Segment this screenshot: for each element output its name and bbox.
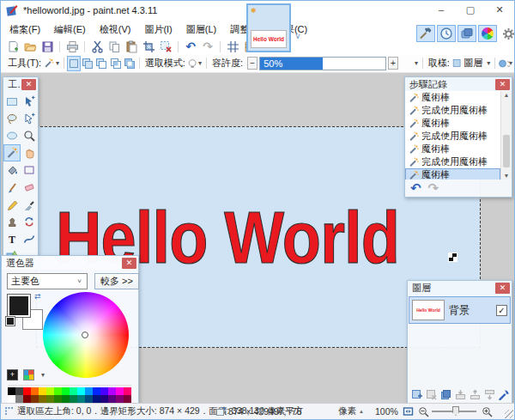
recolor-tool[interactable]	[21, 213, 38, 230]
history-item[interactable]: 魔術棒	[405, 168, 500, 180]
palette-swatch[interactable]	[77, 387, 85, 395]
ellipse-select-tool[interactable]	[3, 127, 21, 144]
layers-panel-titlebar[interactable]: 圖層 ✕	[408, 281, 512, 295]
lasso-select-tool[interactable]	[3, 110, 21, 127]
menu-item[interactable]: 編輯(E)	[47, 21, 93, 39]
tolerance-slider[interactable]: 50%	[259, 57, 385, 70]
colors-panel-titlebar[interactable]: 選色器 ✕	[2, 256, 138, 270]
selection-add-button[interactable]	[81, 56, 94, 71]
selection-intersect-button[interactable]	[108, 56, 122, 71]
selection-replace-button[interactable]	[67, 56, 81, 71]
text-tool[interactable]: T	[3, 230, 21, 247]
move-selection-tool[interactable]	[21, 110, 38, 127]
zoom-in-button[interactable]	[482, 404, 493, 419]
tools-panel-titlebar[interactable]: 工具 ✕	[3, 77, 38, 91]
clone-stamp-tool[interactable]	[3, 213, 21, 230]
palette-swatch[interactable]	[93, 387, 100, 395]
magic-wand-tool[interactable]	[3, 144, 21, 161]
palette-swatch[interactable]	[124, 387, 131, 395]
primary-color-swatch[interactable]	[7, 294, 31, 318]
paint-bucket-tool[interactable]	[3, 161, 21, 179]
print-icon[interactable]	[64, 40, 80, 53]
palette-swatch[interactable]	[8, 395, 15, 403]
palette-swatch[interactable]	[62, 395, 70, 403]
move-layer-up-icon[interactable]	[469, 388, 481, 401]
palette-swatch[interactable]	[70, 387, 77, 395]
deselect-icon[interactable]	[158, 40, 173, 53]
zoom-fit-button[interactable]	[403, 404, 414, 419]
scrollbar-thumb[interactable]	[503, 135, 510, 167]
move-layer-down-icon[interactable]	[483, 388, 495, 401]
palette-swatch[interactable]	[31, 395, 39, 403]
line-curve-tool[interactable]	[21, 230, 38, 247]
layer-visibility-checkbox[interactable]: ✓	[496, 305, 507, 316]
paste-icon[interactable]	[124, 40, 139, 53]
rectangle-select-tool[interactable]	[3, 93, 21, 110]
redo-icon[interactable]: ↷	[200, 40, 215, 53]
close-button[interactable]: ✕	[488, 3, 511, 17]
toolbar-overflow-icon[interactable]: ⌄⌄	[506, 58, 512, 67]
palette-swatch[interactable]	[46, 395, 54, 403]
history-redo-icon[interactable]: ↷	[428, 182, 439, 194]
zoom-slider[interactable]	[432, 404, 476, 419]
palette-swatch[interactable]	[39, 395, 46, 403]
zoom-tool[interactable]	[21, 127, 38, 144]
history-item[interactable]: 魔術棒	[405, 117, 500, 130]
color-picker-tool[interactable]	[21, 196, 38, 213]
colors-panel-close-icon[interactable]: ✕	[122, 258, 136, 269]
maximize-button[interactable]: ▢	[459, 3, 482, 17]
cut-icon[interactable]	[89, 40, 105, 53]
layer-properties-wrench-icon[interactable]	[498, 388, 510, 401]
palette-swatch[interactable]	[8, 387, 15, 395]
palette-swatch[interactable]	[108, 395, 116, 403]
palette-swatch[interactable]	[124, 395, 131, 403]
history-undo-icon[interactable]: ↶	[410, 182, 421, 194]
palette-chevron-icon[interactable]: ▾	[41, 371, 45, 379]
palette-swatch[interactable]	[108, 387, 116, 395]
history-item[interactable]: 魔術棒	[405, 91, 500, 104]
history-item[interactable]: 完成使用魔術棒	[405, 130, 500, 143]
grid-icon[interactable]	[225, 40, 240, 53]
sampling-chevron-icon[interactable]: ▾	[487, 59, 490, 67]
flood-mode-chevron-icon[interactable]: ▾	[198, 59, 202, 67]
gradient-tool[interactable]	[21, 161, 38, 179]
palette-swatch[interactable]	[15, 387, 23, 395]
resize-grip[interactable]	[505, 410, 513, 418]
history-panel-close-icon[interactable]: ✕	[495, 79, 510, 90]
settings-button[interactable]	[499, 25, 515, 42]
palette-swatch[interactable]	[39, 387, 46, 395]
palette-swatch[interactable]	[85, 387, 93, 395]
palette-swatch[interactable]	[31, 387, 39, 395]
palette-swatch[interactable]	[62, 387, 70, 395]
tolerance-decrease-button[interactable]: −	[247, 57, 258, 70]
save-icon[interactable]	[39, 40, 55, 53]
history-item[interactable]: 完成使用魔術棒	[405, 104, 500, 117]
add-layer-icon[interactable]	[411, 388, 423, 401]
add-color-icon[interactable]: +	[7, 369, 18, 380]
palette-swatch[interactable]	[23, 395, 31, 403]
tools-panel-close-icon[interactable]: ✕	[21, 79, 36, 90]
colors-panel-toggle[interactable]	[478, 25, 497, 42]
copy-icon[interactable]	[106, 40, 122, 53]
palette-swatch[interactable]	[70, 395, 77, 403]
selection-invert-button[interactable]	[123, 56, 136, 71]
history-panel-toggle[interactable]	[437, 25, 456, 42]
duplicate-layer-icon[interactable]	[440, 388, 452, 401]
selection-move-handle[interactable]	[448, 253, 457, 262]
unit-dropdown[interactable]: 像素 ▲	[338, 404, 364, 419]
palette-swatch[interactable]	[23, 387, 31, 395]
undo-icon[interactable]: ↶	[183, 40, 198, 53]
palette-swatch[interactable]	[54, 387, 62, 395]
tools-panel-toggle[interactable]	[416, 25, 435, 42]
palette-swatch[interactable]	[54, 395, 62, 403]
history-item[interactable]: 魔術棒	[405, 143, 500, 155]
blend-chevron-icon[interactable]: ▾	[415, 59, 418, 67]
history-item[interactable]: 完成使用魔術棒	[405, 155, 500, 168]
menu-item[interactable]: 檢視(V)	[93, 21, 138, 39]
selection-subtract-button[interactable]	[94, 56, 108, 71]
scroll-down-icon[interactable]: ▼	[501, 173, 512, 179]
layer-row-background[interactable]: Hello World 背景 ✓	[409, 296, 511, 324]
image-tab-thumbnail[interactable]: ✱ Hello World	[246, 3, 291, 52]
zoom-slider-thumb[interactable]	[452, 406, 459, 416]
pencil-tool[interactable]	[3, 196, 21, 213]
